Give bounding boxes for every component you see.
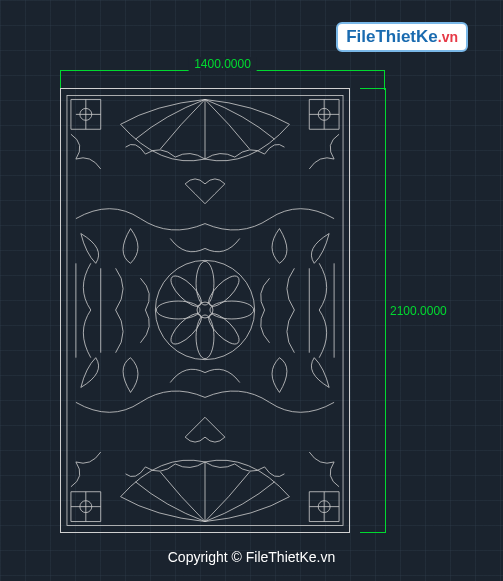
svg-point-7 (204, 271, 243, 310)
cnc-pattern-svg (61, 89, 349, 532)
decorative-panel-drawing[interactable] (60, 88, 350, 533)
watermark-suffix: .vn (438, 29, 458, 45)
svg-point-1 (197, 302, 213, 318)
dimension-vertical[interactable]: 2100.0000 (360, 88, 400, 533)
svg-point-8 (166, 309, 205, 348)
dimension-extension (360, 532, 385, 533)
svg-point-4 (156, 301, 200, 319)
svg-point-2 (196, 261, 214, 305)
svg-point-3 (196, 315, 214, 359)
dimension-line (385, 88, 386, 533)
watermark-logo: FileThietKe.vn (336, 22, 468, 52)
svg-point-9 (204, 309, 243, 348)
dimension-extension (360, 88, 385, 89)
dimension-value: 2100.0000 (390, 304, 447, 318)
dimension-value: 1400.0000 (188, 57, 257, 71)
svg-point-5 (210, 301, 254, 319)
watermark-text: FileThietKe (346, 27, 438, 46)
dimension-extension (60, 70, 61, 90)
dimension-horizontal[interactable]: 1400.0000 (60, 60, 385, 90)
svg-rect-0 (67, 95, 343, 525)
copyright-text: Copyright © FileThietKe.vn (0, 549, 503, 565)
dimension-extension (384, 70, 385, 90)
svg-point-10 (155, 260, 254, 359)
svg-point-6 (166, 271, 205, 310)
